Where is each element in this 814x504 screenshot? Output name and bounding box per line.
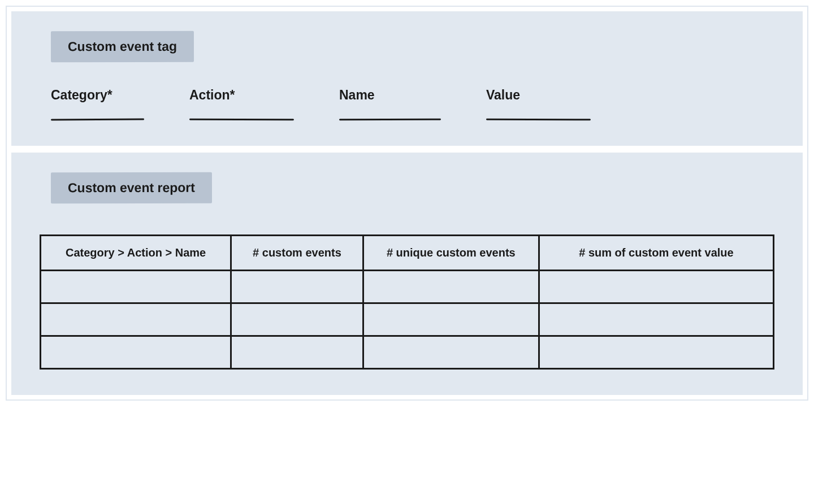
outer-frame: Custom event tag Category* Action* Name …	[6, 6, 808, 401]
col-header-category-action-name: Category > Action > Name	[41, 236, 231, 271]
table-header-row: Category > Action > Name # custom events…	[41, 236, 774, 271]
field-input-action[interactable]	[189, 119, 294, 121]
field-label-name: Name	[339, 88, 441, 103]
table-row	[41, 303, 774, 336]
field-value: Value	[486, 88, 591, 120]
field-action: Action*	[189, 88, 294, 120]
report-panel: Custom event report Category > Action > …	[11, 153, 803, 395]
table-cell	[539, 271, 773, 303]
table-cell	[41, 336, 231, 369]
table-row	[41, 336, 774, 369]
col-header-unique-custom-events: # unique custom events	[363, 236, 539, 271]
field-label-action: Action*	[189, 88, 294, 103]
col-header-sum-custom-event-value: # sum of custom event value	[539, 236, 773, 271]
report-section-title: Custom event report	[51, 172, 212, 203]
fields-row: Category* Action* Name Value	[40, 88, 774, 120]
field-input-value[interactable]	[486, 119, 591, 120]
report-table: Category > Action > Name # custom events…	[40, 234, 774, 370]
table-cell	[41, 271, 231, 303]
table-cell	[363, 303, 539, 336]
table-cell	[41, 303, 231, 336]
table-cell	[231, 303, 363, 336]
field-input-name[interactable]	[339, 119, 441, 121]
field-name: Name	[339, 88, 441, 120]
table-cell	[539, 303, 773, 336]
tag-panel: Custom event tag Category* Action* Name …	[11, 11, 803, 146]
field-category: Category*	[51, 88, 144, 120]
table-row	[41, 271, 774, 303]
table-cell	[363, 336, 539, 369]
tag-section-title: Custom event tag	[51, 31, 194, 62]
table-cell	[231, 336, 363, 369]
field-input-category[interactable]	[51, 119, 144, 121]
field-label-category: Category*	[51, 88, 144, 103]
table-cell	[539, 336, 773, 369]
table-cell	[363, 271, 539, 303]
col-header-custom-events: # custom events	[231, 236, 363, 271]
table-cell	[231, 271, 363, 303]
field-label-value: Value	[486, 88, 591, 103]
